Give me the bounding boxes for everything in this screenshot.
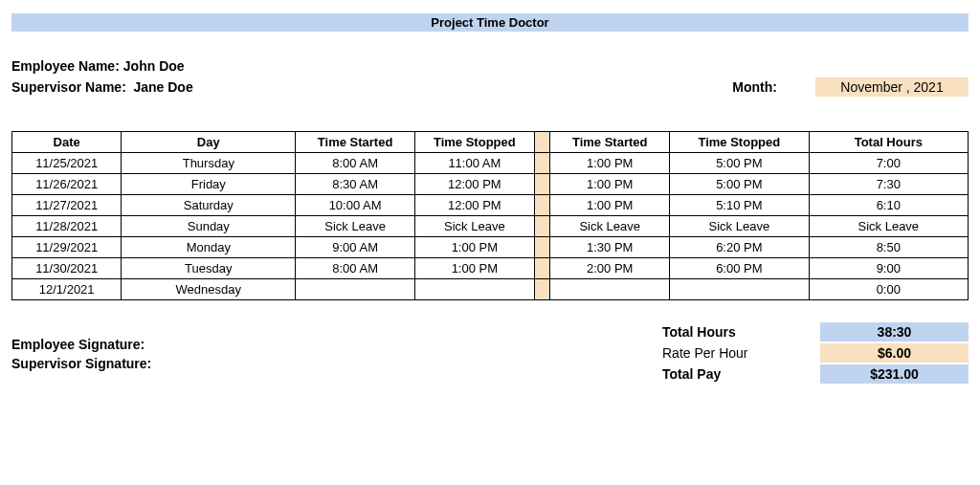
table-row: 11/26/2021Friday8:30 AM12:00 PM1:00 PM5:… — [12, 174, 969, 195]
cell-te2: 6:20 PM — [670, 237, 810, 258]
cell-te2: 6:00 PM — [670, 258, 810, 279]
cell-date: 11/29/2021 — [12, 237, 122, 258]
cell-ts2: 1:00 PM — [550, 174, 670, 195]
cell-ts1: Sick Leave — [296, 216, 415, 237]
cell-te1: 12:00 PM — [414, 174, 534, 195]
employee-label: Employee Name: — [11, 58, 120, 74]
cell-total: 7:00 — [809, 153, 968, 174]
gap — [534, 279, 550, 300]
cell-ts2: 1:30 PM — [550, 237, 670, 258]
table-header-row: Date Day Time Started Time Stopped Time … — [12, 132, 969, 153]
col-day: Day — [122, 132, 296, 153]
summary-total-pay-value: $231.00 — [820, 364, 969, 384]
cell-total: 6:10 — [809, 195, 968, 216]
cell-day: Tuesday — [122, 258, 296, 279]
col-gap — [534, 132, 550, 153]
cell-ts2: 1:00 PM — [550, 153, 670, 174]
month-value: November , 2021 — [815, 77, 969, 97]
gap — [534, 195, 550, 216]
cell-ts1 — [296, 279, 415, 300]
cell-te2: 5:00 PM — [670, 174, 810, 195]
table-row: 11/28/2021SundaySick LeaveSick LeaveSick… — [12, 216, 969, 237]
summary-total-hours-label: Total Hours — [662, 324, 820, 340]
supervisor-month-row: Supervisor Name: Jane Doe Month: Novembe… — [11, 77, 969, 97]
cell-day: Wednesday — [122, 279, 296, 300]
cell-day: Sunday — [122, 216, 296, 237]
cell-date: 11/27/2021 — [12, 195, 122, 216]
table-row: 11/30/2021Tuesday8:00 AM1:00 PM2:00 PM6:… — [12, 258, 969, 279]
employee-name: John Doe — [123, 58, 185, 74]
cell-te2: 5:10 PM — [670, 195, 810, 216]
cell-day: Monday — [122, 237, 296, 258]
col-ts1: Time Started — [296, 132, 415, 153]
page-title: Project Time Doctor — [11, 13, 969, 32]
supervisor-group: Supervisor Name: Jane Doe — [11, 79, 193, 95]
supervisor-name: Jane Doe — [133, 79, 192, 95]
cell-date: 11/25/2021 — [12, 153, 122, 174]
col-date: Date — [12, 132, 122, 153]
cell-total: 8:50 — [809, 237, 968, 258]
cell-ts1: 8:30 AM — [296, 174, 415, 195]
gap — [534, 174, 550, 195]
cell-date: 11/26/2021 — [12, 174, 122, 195]
cell-te1: 1:00 PM — [414, 237, 534, 258]
cell-te2: Sick Leave — [670, 216, 810, 237]
cell-ts1: 8:00 AM — [296, 258, 415, 279]
footer: Employee Signature: Supervisor Signature… — [11, 321, 969, 385]
cell-te2 — [670, 279, 810, 300]
summary: Total Hours 38:30 Rate Per Hour $6.00 To… — [662, 321, 969, 385]
table-row: 12/1/2021Wednesday0:00 — [12, 279, 969, 300]
gap — [534, 258, 550, 279]
cell-total: 0:00 — [809, 279, 968, 300]
cell-ts2 — [550, 279, 670, 300]
cell-total: Sick Leave — [809, 216, 968, 237]
signatures: Employee Signature: Supervisor Signature… — [11, 337, 151, 375]
summary-total-pay-label: Total Pay — [662, 366, 820, 382]
col-total: Total Hours — [809, 132, 968, 153]
cell-ts2: 1:00 PM — [550, 195, 670, 216]
cell-date: 11/28/2021 — [12, 216, 122, 237]
summary-rate-row: Rate Per Hour $6.00 — [662, 342, 969, 364]
supervisor-label: Supervisor Name: — [11, 79, 126, 95]
cell-te1: Sick Leave — [414, 216, 534, 237]
col-te2: Time Stopped — [670, 132, 810, 153]
gap — [534, 237, 550, 258]
table-row: 11/29/2021Monday9:00 AM1:00 PM1:30 PM6:2… — [12, 237, 969, 258]
month-label: Month: — [732, 79, 777, 95]
month-group: Month: November , 2021 — [732, 77, 969, 97]
cell-te1: 11:00 AM — [414, 153, 534, 174]
cell-te1: 1:00 PM — [414, 258, 534, 279]
col-te1: Time Stopped — [414, 132, 534, 153]
summary-total-hours-value: 38:30 — [820, 322, 969, 342]
cell-date: 12/1/2021 — [12, 279, 122, 300]
summary-total-pay-row: Total Pay $231.00 — [662, 364, 969, 385]
cell-te2: 5:00 PM — [670, 153, 810, 174]
summary-total-hours-row: Total Hours 38:30 — [662, 321, 969, 342]
cell-total: 7:30 — [809, 174, 968, 195]
cell-day: Thursday — [122, 153, 296, 174]
cell-day: Friday — [122, 174, 296, 195]
cell-ts1: 10:00 AM — [296, 195, 415, 216]
cell-te1 — [414, 279, 534, 300]
employee-signature-label: Employee Signature: — [11, 337, 151, 352]
cell-total: 9:00 — [809, 258, 968, 279]
cell-ts2: 2:00 PM — [550, 258, 670, 279]
table-row: 11/27/2021Saturday10:00 AM12:00 PM1:00 P… — [12, 195, 969, 216]
summary-rate-label: Rate Per Hour — [662, 345, 820, 361]
cell-ts2: Sick Leave — [550, 216, 670, 237]
cell-ts1: 9:00 AM — [296, 237, 415, 258]
timesheet-table: Date Day Time Started Time Stopped Time … — [11, 131, 969, 300]
summary-rate-value: $6.00 — [820, 343, 969, 363]
table-row: 11/25/2021Thursday8:00 AM11:00 AM1:00 PM… — [12, 153, 969, 174]
cell-te1: 12:00 PM — [414, 195, 534, 216]
cell-day: Saturday — [122, 195, 296, 216]
employee-row: Employee Name: John Doe — [11, 58, 969, 74]
supervisor-signature-label: Supervisor Signature: — [11, 356, 151, 371]
cell-date: 11/30/2021 — [12, 258, 122, 279]
cell-ts1: 8:00 AM — [296, 153, 415, 174]
col-ts2: Time Started — [550, 132, 670, 153]
gap — [534, 153, 550, 174]
gap — [534, 216, 550, 237]
